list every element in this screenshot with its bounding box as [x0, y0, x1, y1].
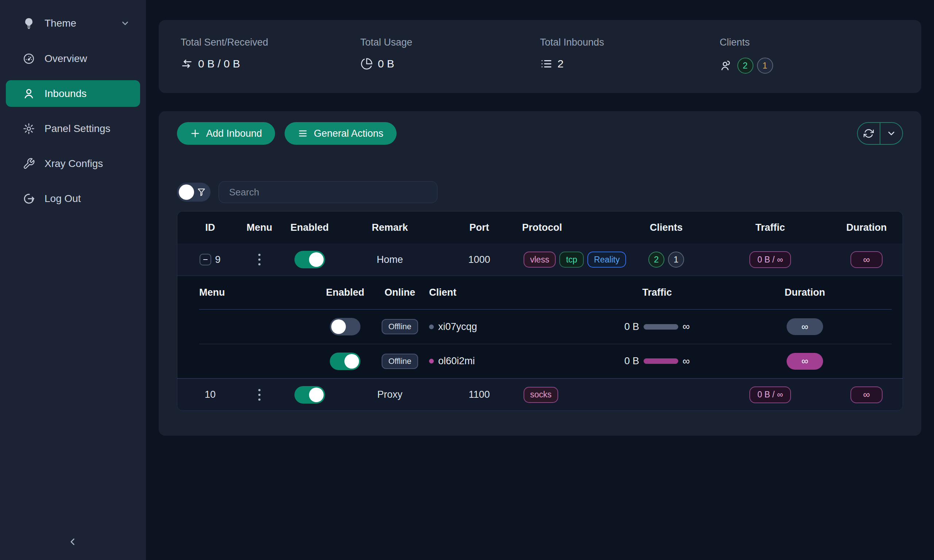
add-inbound-button[interactable]: Add Inbound: [177, 122, 275, 145]
sidebar-item-log-out[interactable]: Log Out: [6, 185, 140, 212]
inbound-remark: Proxy: [343, 389, 436, 400]
clients-online-badge: 2: [737, 58, 754, 74]
sidebar-item-label: Inbounds: [45, 88, 86, 100]
sidebar-item-xray-configs[interactable]: Xray Configs: [6, 150, 140, 177]
table-header: ID Menu Enabled Remark Port Protocol Cli…: [177, 211, 903, 243]
security-tag: Reality: [587, 252, 626, 268]
add-inbound-label: Add Inbound: [206, 128, 262, 139]
inbounds-panel: Add Inbound General Actions: [159, 111, 921, 436]
inbound-row[interactable]: 10 Proxy 1100 socks 0 B / ∞ ∞: [177, 378, 903, 411]
plus-icon: [190, 128, 200, 138]
traffic-badge: 0 B / ∞: [749, 386, 791, 403]
subcol-online: Online: [371, 287, 429, 298]
traffic-limit: ∞: [683, 321, 690, 332]
sidebar-item-overview[interactable]: Overview: [6, 45, 140, 72]
client-enabled-toggle[interactable]: [330, 318, 361, 335]
inbound-enabled-toggle[interactable]: [294, 251, 325, 268]
stat-total-usage: Total Usage 0 B: [361, 37, 540, 93]
general-actions-button[interactable]: General Actions: [285, 122, 396, 145]
stat-label: Total Usage: [361, 37, 540, 48]
traffic-badge: 0 B / ∞: [749, 251, 791, 268]
subcol-client: Client: [429, 287, 597, 298]
client-duration-badge: ∞: [787, 353, 823, 370]
stat-label: Total Sent/Received: [180, 37, 361, 48]
subcol-duration: Duration: [717, 287, 892, 298]
stat-sent-received: Total Sent/Received 0 B / 0 B: [180, 37, 361, 93]
sidebar-nav: Overview Inbounds Panel Settings Xray Co…: [0, 45, 146, 212]
inbound-port: 1000: [436, 254, 522, 265]
chevron-down-icon: [886, 128, 896, 138]
sidebar-item-label: Overview: [45, 53, 87, 65]
sidebar-item-panel-settings[interactable]: Panel Settings: [6, 115, 140, 142]
inbound-id: 9: [215, 254, 220, 265]
clients-online-badge: 2: [648, 252, 664, 268]
clients-subtable: Menu Enabled Online Client Traffic Durat…: [177, 275, 903, 378]
traffic-limit: ∞: [683, 355, 690, 367]
col-id: ID: [177, 222, 243, 233]
inbound-row[interactable]: 9 Home 1000 vless tcp Reality 2 1: [177, 243, 903, 275]
search-input[interactable]: [219, 181, 438, 203]
client-duration-badge: ∞: [787, 318, 823, 335]
gauge-icon: [23, 52, 35, 65]
filter-toggle[interactable]: [177, 183, 211, 202]
stat-value: 0 B: [378, 58, 395, 70]
refresh-options-button[interactable]: [880, 123, 902, 144]
online-status-badge: Offline: [382, 319, 418, 334]
toolbar: Add Inbound General Actions: [177, 122, 903, 145]
sidebar-collapse-button[interactable]: [63, 532, 83, 552]
stat-label: Total Inbounds: [540, 37, 720, 48]
row-menu-button[interactable]: [256, 252, 263, 268]
network-tag: tcp: [559, 252, 584, 268]
subtable-header: Menu Enabled Online Client Traffic Durat…: [199, 276, 892, 309]
refresh-button[interactable]: [858, 123, 880, 144]
toggle-knob: [179, 185, 194, 200]
theme-selector[interactable]: Theme: [6, 10, 140, 37]
refresh-split-button: [857, 122, 903, 145]
theme-label: Theme: [45, 17, 76, 29]
col-traffic: Traffic: [710, 222, 831, 233]
subcol-menu: Menu: [199, 287, 320, 298]
col-enabled: Enabled: [276, 222, 343, 233]
stat-value: 2: [558, 58, 564, 70]
traffic-progress-bar: [644, 358, 678, 364]
sidebar-item-label: Panel Settings: [45, 123, 111, 135]
stat-clients: Clients 2 1: [720, 37, 900, 93]
client-status-dot: [429, 359, 434, 363]
sidebar-item-label: Xray Configs: [45, 158, 103, 169]
stats-card: Total Sent/Received 0 B / 0 B Total Usag…: [159, 20, 921, 93]
duration-badge: ∞: [851, 386, 883, 403]
col-port: Port: [436, 222, 522, 233]
stat-label: Clients: [720, 37, 900, 48]
online-status-badge: Offline: [382, 354, 418, 369]
sidebar-item-label: Log Out: [45, 193, 81, 205]
col-menu: Menu: [243, 222, 276, 233]
client-row: Offline xi07ycqg 0 B ∞ ∞: [199, 309, 892, 344]
inbound-id: 10: [205, 389, 216, 400]
inbound-enabled-toggle[interactable]: [294, 386, 325, 404]
lightbulb-icon: [23, 17, 35, 29]
client-name: xi07ycqg: [438, 321, 477, 332]
logout-icon: [23, 192, 35, 205]
protocol-tag: socks: [524, 387, 558, 403]
collapse-row-button[interactable]: [200, 254, 211, 265]
users-icon: [720, 59, 732, 72]
sidebar-item-inbounds[interactable]: Inbounds: [6, 80, 140, 107]
general-actions-label: General Actions: [314, 128, 384, 139]
funnel-icon: [197, 188, 206, 197]
col-protocol: Protocol: [522, 222, 623, 233]
main-content: Total Sent/Received 0 B / 0 B Total Usag…: [146, 0, 934, 560]
client-enabled-toggle[interactable]: [330, 352, 361, 370]
traffic-used: 0 B: [624, 321, 639, 332]
hamburger-icon: [298, 128, 308, 138]
list-icon: [540, 58, 552, 70]
wrench-icon: [23, 157, 35, 170]
col-clients: Clients: [623, 222, 710, 233]
pie-chart-icon: [361, 58, 373, 70]
col-remark: Remark: [343, 222, 436, 233]
row-menu-button[interactable]: [256, 387, 263, 403]
col-duration: Duration: [831, 222, 903, 233]
traffic-used: 0 B: [624, 355, 639, 367]
user-icon: [23, 88, 35, 100]
stat-total-inbounds: Total Inbounds 2: [540, 37, 720, 93]
chevron-left-icon: [68, 536, 79, 547]
